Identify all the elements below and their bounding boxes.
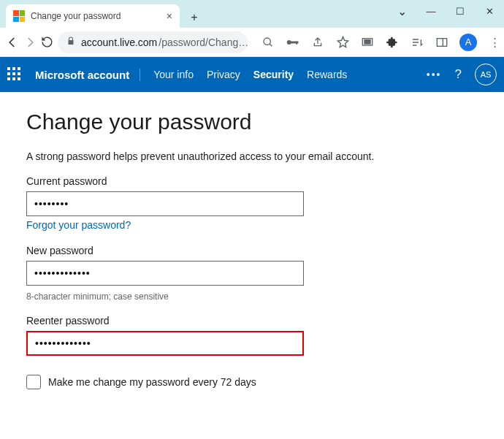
profile-avatar[interactable]: A: [459, 34, 477, 51]
url-path: /password/Chang…: [159, 37, 248, 48]
force-change-row: Make me change my password every 72 days: [26, 375, 478, 389]
nav-privacy[interactable]: Privacy: [207, 69, 240, 80]
account-avatar[interactable]: AS: [475, 64, 497, 85]
microsoft-favicon: [13, 10, 25, 22]
reload-button[interactable]: [41, 32, 53, 53]
svg-point-1: [287, 40, 291, 45]
svg-point-0: [264, 38, 270, 45]
current-password-group: Current password Forgot your password?: [26, 175, 478, 232]
svg-rect-6: [437, 38, 446, 46]
extensions-icon[interactable]: [385, 37, 400, 48]
lock-icon: [66, 36, 75, 48]
nav-more-icon[interactable]: •••: [427, 69, 442, 80]
search-icon[interactable]: [261, 37, 275, 48]
page-viewport: Microsoft account Your info Privacy Secu…: [0, 57, 504, 439]
share-icon[interactable]: [310, 37, 325, 48]
kebab-menu-icon[interactable]: ⋮: [487, 36, 502, 49]
new-tab-button[interactable]: +: [184, 7, 205, 28]
present-icon[interactable]: [360, 37, 375, 47]
svg-rect-5: [364, 39, 370, 43]
reenter-password-group: Reenter password: [26, 315, 478, 356]
address-bar[interactable]: account.live.com/password/Chang…: [58, 31, 248, 53]
close-window-button[interactable]: ✕: [475, 0, 504, 22]
forward-button[interactable]: [23, 32, 37, 53]
browser-tab[interactable]: Change your password ×: [6, 4, 180, 28]
nav-security[interactable]: Security: [253, 69, 294, 80]
url-host: account.live.com: [81, 37, 157, 48]
nav-rewards[interactable]: Rewards: [307, 69, 347, 80]
force-change-label: Make me change my password every 72 days: [48, 376, 256, 388]
minimize-button[interactable]: —: [416, 0, 446, 22]
svg-rect-3: [297, 41, 298, 45]
app-launcher-icon[interactable]: [7, 67, 22, 82]
maximize-button[interactable]: ☐: [446, 0, 475, 22]
tabs-dropdown-icon[interactable]: ⌄: [387, 0, 416, 22]
browser-toolbar: account.live.com/password/Chang… A ⋮: [0, 28, 504, 57]
reenter-password-input[interactable]: [26, 331, 304, 356]
force-change-checkbox[interactable]: [26, 375, 41, 389]
current-password-input[interactable]: [26, 191, 304, 216]
tab-strip: Change your password × + ⌄ — ☐ ✕: [0, 0, 504, 28]
reenter-password-label: Reenter password: [26, 315, 478, 327]
toolbar-actions: A ⋮: [261, 34, 502, 51]
current-password-label: Current password: [26, 175, 478, 187]
password-key-icon[interactable]: [286, 38, 300, 47]
page-content: Change your password A strong password h…: [0, 92, 504, 407]
new-password-hint: 8-character minimum; case sensitive: [26, 291, 478, 302]
new-password-input[interactable]: [26, 261, 304, 286]
side-panel-icon[interactable]: [435, 37, 449, 47]
nav-your-info[interactable]: Your info: [153, 69, 194, 80]
back-button[interactable]: [6, 32, 19, 53]
help-icon[interactable]: ?: [455, 67, 462, 82]
close-tab-icon[interactable]: ×: [167, 10, 172, 22]
forgot-password-link[interactable]: Forgot your password?: [26, 219, 131, 231]
reading-list-icon[interactable]: [410, 37, 424, 47]
new-password-label: New password: [26, 245, 478, 256]
tab-title: Change your password: [31, 11, 161, 21]
bookmark-star-icon[interactable]: [335, 36, 350, 48]
page-description: A strong password helps prevent unauthor…: [26, 150, 478, 162]
new-password-group: New password 8-character minimum; case s…: [26, 245, 478, 302]
site-brand[interactable]: Microsoft account: [35, 69, 140, 81]
page-title: Change your password: [26, 110, 478, 134]
window-controls: ⌄ — ☐ ✕: [387, 0, 504, 22]
site-nav: Microsoft account Your info Privacy Secu…: [0, 57, 504, 92]
